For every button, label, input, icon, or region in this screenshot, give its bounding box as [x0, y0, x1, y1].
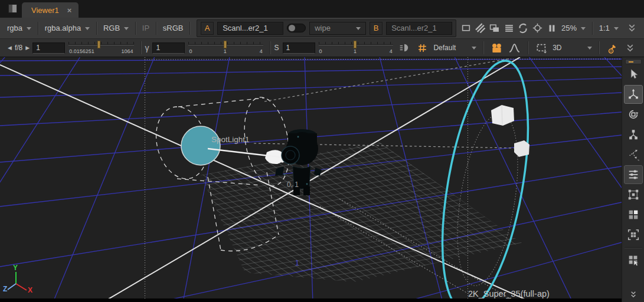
layout-quad-button[interactable] — [624, 205, 643, 224]
safe-zones-icon[interactable] — [532, 21, 542, 35]
axis-x-label: X — [28, 286, 32, 294]
gain-slider-handle[interactable] — [97, 41, 100, 48]
3d-viewport[interactable]: SpotLight1 — [0, 57, 622, 298]
sliders-icon — [627, 168, 640, 181]
collapse-chevrons-icon[interactable] — [623, 41, 638, 55]
light-direction-arrow — [208, 149, 294, 164]
wipe-toggle[interactable] — [287, 24, 306, 32]
nuke-viewer-window: Viewer1 × rgba rgba.alpha RGB IP sRGB A … — [0, 0, 644, 302]
scale-tool-button[interactable] — [624, 125, 643, 144]
axis-z-label: Z — [3, 285, 7, 293]
input-b-label: B — [370, 22, 383, 35]
quad-view-icon — [627, 208, 640, 221]
update-icon[interactable] — [518, 21, 528, 35]
headlamp-icon[interactable] — [397, 41, 411, 55]
viewport-bottom-edge — [0, 298, 622, 302]
chevron-down-icon — [587, 47, 592, 52]
input-a-label: A — [201, 22, 214, 35]
origin-grid-label: 0, 1 — [287, 180, 299, 189]
translate-icon — [627, 88, 640, 101]
gamma-label: γ — [145, 43, 149, 52]
gain-slider[interactable]: 0.01562511064 — [68, 41, 133, 56]
collapse-chevrons-icon[interactable] — [627, 21, 638, 35]
viewer-side-toolbar — [622, 57, 644, 302]
layout-bracket-button[interactable] — [624, 225, 643, 244]
chevron-down-icon — [614, 27, 619, 32]
3d-scene: SpotLight1 — [0, 57, 622, 298]
full-frame-icon[interactable] — [460, 21, 471, 35]
chevron-down-icon — [124, 27, 129, 32]
proxy-ratio-dropdown[interactable]: 1:1 — [597, 24, 621, 32]
wireframe-grid-icon[interactable] — [415, 41, 429, 55]
input-b-select[interactable]: Scanl...er2_1 — [386, 22, 452, 35]
chevron-down-icon — [85, 27, 90, 32]
chevron-down-icon — [356, 27, 361, 32]
tab-viewer1[interactable]: Viewer1 × — [22, 2, 79, 18]
rotate-icon — [627, 108, 640, 121]
pause-icon[interactable] — [547, 21, 557, 35]
ab-input-group: A Scanl...er2_1 wipe B Scanl...er2_1 — [197, 19, 456, 37]
input-process-button[interactable]: IP — [140, 24, 152, 32]
field-lines-icon[interactable] — [504, 21, 514, 35]
interaction-mode-dropdown[interactable]: Default — [431, 44, 479, 52]
next-fstop-arrow-icon[interactable]: ▶ — [22, 45, 32, 51]
rotate-tool-button[interactable] — [624, 105, 643, 124]
roi-icon[interactable] — [534, 41, 548, 55]
proxy-stripes-icon[interactable] — [475, 21, 485, 35]
cursor-icon — [627, 68, 640, 81]
tab-bar: Viewer1 × — [0, 0, 644, 18]
saturation-input[interactable]: 1 — [283, 42, 315, 54]
gamma-slider-handle[interactable] — [224, 41, 227, 48]
select-tool-button[interactable] — [624, 65, 643, 84]
skew-icon — [627, 148, 640, 161]
axis-y-label: Y — [13, 264, 18, 272]
gamma-input[interactable]: 1 — [152, 42, 185, 54]
tab-close-icon[interactable]: × — [67, 6, 72, 15]
fstop-label: f/8 — [15, 44, 22, 52]
channels-dropdown[interactable]: rgba — [5, 24, 34, 32]
gamma-slider[interactable]: 04 1 — [188, 41, 263, 56]
chevron-down-icon — [581, 27, 586, 32]
frame-all-button[interactable] — [624, 185, 643, 204]
chevron-down-icon — [27, 27, 31, 32]
adjust-sliders-button[interactable] — [624, 165, 643, 184]
skew-tool-button[interactable] — [624, 145, 643, 164]
color-sample-icon[interactable] — [605, 41, 619, 55]
saturation-slider-handle[interactable] — [354, 41, 357, 48]
layout-cursor-button[interactable] — [624, 251, 643, 270]
chevron-down-icon — [472, 47, 476, 52]
unit-grid-label: 1 — [295, 259, 299, 267]
viewer-lut-label[interactable]: sRGB — [161, 24, 186, 32]
viewer-toolbar-top: rgba rgba.alpha RGB IP sRGB A Scanl...er… — [0, 18, 644, 39]
wipe-mode-dropdown[interactable]: wipe — [309, 22, 366, 35]
viewer-toolbar-bottom: ◀ f/8 ▶ 1 0.01562511064 γ 1 04 1 S 1 — [0, 39, 644, 57]
saturation-slider[interactable]: 04 1 — [319, 41, 393, 56]
gaussian-curve-icon[interactable] — [508, 41, 522, 55]
display-channels-dropdown[interactable]: RGB — [101, 24, 131, 32]
spotlight-label: SpotLight1 — [211, 135, 250, 144]
grid-cursor-icon — [627, 254, 640, 267]
scale-icon — [627, 128, 640, 141]
camera-icon[interactable] — [489, 41, 504, 55]
prev-fstop-arrow-icon[interactable]: ◀ — [5, 45, 15, 51]
panel-layout-icon[interactable] — [8, 4, 17, 13]
spotlight-far-circle[interactable] — [427, 57, 544, 298]
view-mode-dropdown[interactable]: 3D — [550, 44, 594, 52]
axis-orientation-widget — [8, 272, 27, 290]
gain-input[interactable]: 1 — [32, 42, 65, 54]
input-a-select[interactable]: Scanl...er2_1 — [217, 22, 283, 35]
overlay-icon[interactable] — [489, 21, 500, 35]
zoom-level-dropdown[interactable]: 25% — [559, 24, 588, 32]
bracket-view-icon — [627, 228, 640, 241]
side-toolbar-handle[interactable] — [625, 59, 642, 64]
layer-dropdown[interactable]: rgba.alpha — [43, 24, 92, 32]
frame-all-icon — [627, 188, 640, 201]
tab-title: Viewer1 — [31, 6, 59, 15]
sidebar-collapse-chevrons-icon[interactable] — [624, 288, 643, 301]
saturation-label: S — [274, 44, 279, 52]
fine-grid — [183, 133, 537, 292]
translate-tool-button[interactable] — [624, 85, 643, 104]
format-label: 2K_Super_35(full-ap) — [468, 289, 550, 298]
spotlight-source[interactable] — [181, 126, 220, 165]
